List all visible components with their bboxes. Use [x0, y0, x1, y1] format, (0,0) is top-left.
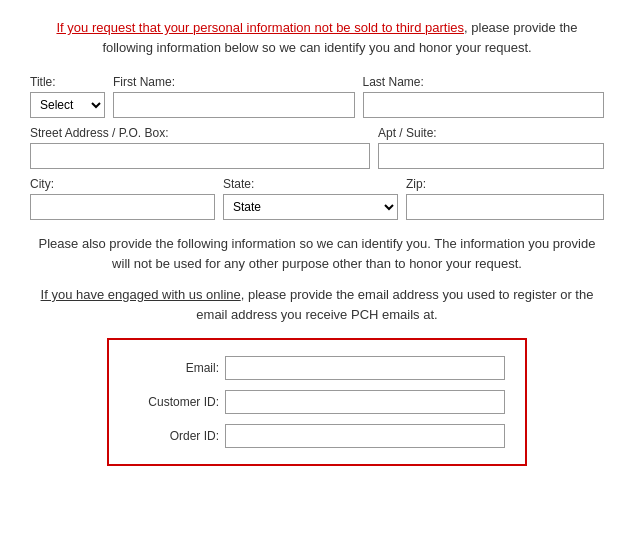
- customer-id-label: Customer ID:: [129, 395, 219, 409]
- state-select[interactable]: StateALAKAZARCACOCTDEFLGAHIIDILINIAKSKYL…: [223, 194, 398, 220]
- title-group: Title: SelectMr.Mrs.Ms.Dr.: [30, 75, 105, 118]
- title-select[interactable]: SelectMr.Mrs.Ms.Dr.: [30, 92, 105, 118]
- street-group: Street Address / P.O. Box:: [30, 126, 370, 169]
- street-input[interactable]: [30, 143, 370, 169]
- state-label: State:: [223, 177, 398, 191]
- email-row: Email:: [129, 356, 505, 380]
- firstname-group: First Name:: [113, 75, 355, 118]
- customer-id-row: Customer ID:: [129, 390, 505, 414]
- email-section: Email: Customer ID: Order ID:: [107, 338, 527, 466]
- zip-group: Zip:: [406, 177, 604, 220]
- zip-label: Zip:: [406, 177, 604, 191]
- online-link-text: If you have engaged with us online, plea…: [30, 285, 604, 324]
- intro-link[interactable]: If you request that your personal inform…: [56, 20, 464, 35]
- intro-text: If you request that your personal inform…: [30, 18, 604, 57]
- address-row: Street Address / P.O. Box: Apt / Suite:: [30, 126, 604, 169]
- lastname-group: Last Name:: [363, 75, 605, 118]
- apt-label: Apt / Suite:: [378, 126, 604, 140]
- lastname-label: Last Name:: [363, 75, 605, 89]
- online-link[interactable]: If you have engaged with us online: [41, 287, 241, 302]
- order-id-input[interactable]: [225, 424, 505, 448]
- lastname-input[interactable]: [363, 92, 605, 118]
- title-label: Title:: [30, 75, 105, 89]
- city-label: City:: [30, 177, 215, 191]
- email-input[interactable]: [225, 356, 505, 380]
- state-group: State: StateALAKAZARCACOCTDEFLGAHIIDILIN…: [223, 177, 398, 220]
- name-row: Title: SelectMr.Mrs.Ms.Dr. First Name: L…: [30, 75, 604, 118]
- zip-input[interactable]: [406, 194, 604, 220]
- email-label: Email:: [129, 361, 219, 375]
- apt-input[interactable]: [378, 143, 604, 169]
- customer-id-input[interactable]: [225, 390, 505, 414]
- city-state-zip-row: City: State: StateALAKAZARCACOCTDEFLGAHI…: [30, 177, 604, 220]
- middle-text: Please also provide the following inform…: [30, 234, 604, 273]
- order-id-label: Order ID:: [129, 429, 219, 443]
- order-id-row: Order ID:: [129, 424, 505, 448]
- online-rest: , please provide the email address you u…: [196, 287, 593, 322]
- firstname-label: First Name:: [113, 75, 355, 89]
- apt-group: Apt / Suite:: [378, 126, 604, 169]
- street-label: Street Address / P.O. Box:: [30, 126, 370, 140]
- firstname-input[interactable]: [113, 92, 355, 118]
- city-group: City:: [30, 177, 215, 220]
- city-input[interactable]: [30, 194, 215, 220]
